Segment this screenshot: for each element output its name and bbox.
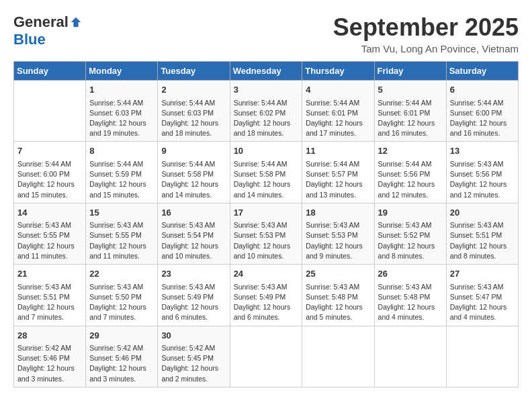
calendar-cell: 2Sunrise: 5:44 AMSunset: 6:03 PMDaylight… <box>158 81 230 142</box>
day-number: 29 <box>89 329 154 342</box>
day-number: 26 <box>378 267 443 281</box>
calendar-header-row: SundayMondayTuesdayWednesdayThursdayFrid… <box>14 62 519 81</box>
calendar-cell: 28Sunrise: 5:42 AMSunset: 5:46 PMDayligh… <box>14 326 86 387</box>
day-info: Sunrise: 5:43 AMSunset: 5:49 PMDaylight:… <box>161 282 226 323</box>
day-info: Sunrise: 5:44 AMSunset: 6:00 PMDaylight:… <box>450 98 515 139</box>
day-number: 23 <box>161 267 226 281</box>
location-text: Tam Vu, Long An Povince, Vietnam <box>333 43 519 54</box>
calendar-week-1: 1Sunrise: 5:44 AMSunset: 6:03 PMDaylight… <box>14 81 519 142</box>
calendar-cell: 3Sunrise: 5:44 AMSunset: 6:02 PMDaylight… <box>230 81 302 142</box>
calendar-cell: 24Sunrise: 5:43 AMSunset: 5:49 PMDayligh… <box>230 265 302 326</box>
day-number: 10 <box>234 144 299 158</box>
day-number: 3 <box>234 83 299 97</box>
day-info: Sunrise: 5:44 AMSunset: 6:03 PMDaylight:… <box>161 98 226 139</box>
calendar-cell <box>446 326 518 387</box>
day-info: Sunrise: 5:44 AMSunset: 6:02 PMDaylight:… <box>234 98 299 139</box>
day-info: Sunrise: 5:44 AMSunset: 5:58 PMDaylight:… <box>234 159 299 200</box>
day-number: 8 <box>89 144 154 158</box>
calendar-cell: 1Sunrise: 5:44 AMSunset: 6:03 PMDaylight… <box>86 81 158 142</box>
day-number: 14 <box>17 206 82 220</box>
calendar-cell: 17Sunrise: 5:43 AMSunset: 5:53 PMDayligh… <box>230 203 302 264</box>
calendar-cell: 26Sunrise: 5:43 AMSunset: 5:48 PMDayligh… <box>374 265 446 326</box>
col-header-wednesday: Wednesday <box>230 62 302 81</box>
day-info: Sunrise: 5:43 AMSunset: 5:50 PMDaylight:… <box>89 282 154 323</box>
calendar-cell: 27Sunrise: 5:43 AMSunset: 5:47 PMDayligh… <box>446 265 518 326</box>
calendar-cell: 30Sunrise: 5:42 AMSunset: 5:45 PMDayligh… <box>158 326 230 387</box>
day-number: 5 <box>378 83 443 97</box>
page-header: General Blue September 2025 Tam Vu, Long… <box>13 13 519 54</box>
calendar-cell: 16Sunrise: 5:43 AMSunset: 5:54 PMDayligh… <box>158 203 230 264</box>
day-info: Sunrise: 5:42 AMSunset: 5:46 PMDaylight:… <box>89 343 154 384</box>
day-info: Sunrise: 5:43 AMSunset: 5:52 PMDaylight:… <box>378 220 443 261</box>
calendar-cell: 19Sunrise: 5:43 AMSunset: 5:52 PMDayligh… <box>374 203 446 264</box>
calendar-cell: 20Sunrise: 5:43 AMSunset: 5:51 PMDayligh… <box>446 203 518 264</box>
day-info: Sunrise: 5:44 AMSunset: 5:57 PMDaylight:… <box>306 159 370 200</box>
calendar-cell: 4Sunrise: 5:44 AMSunset: 6:01 PMDaylight… <box>302 81 374 142</box>
day-number: 30 <box>161 329 226 342</box>
calendar-cell: 8Sunrise: 5:44 AMSunset: 5:59 PMDaylight… <box>86 142 158 203</box>
calendar-cell <box>374 326 446 387</box>
calendar-cell: 9Sunrise: 5:44 AMSunset: 5:58 PMDaylight… <box>158 142 230 203</box>
day-info: Sunrise: 5:43 AMSunset: 5:48 PMDaylight:… <box>378 282 443 323</box>
calendar-cell: 22Sunrise: 5:43 AMSunset: 5:50 PMDayligh… <box>86 265 158 326</box>
day-info: Sunrise: 5:43 AMSunset: 5:47 PMDaylight:… <box>450 282 515 323</box>
day-info: Sunrise: 5:44 AMSunset: 5:58 PMDaylight:… <box>161 159 226 200</box>
day-number: 4 <box>306 83 370 97</box>
calendar-cell <box>302 326 374 387</box>
calendar-cell: 7Sunrise: 5:44 AMSunset: 6:00 PMDaylight… <box>14 142 86 203</box>
day-number: 24 <box>234 267 299 281</box>
day-number: 6 <box>450 83 515 97</box>
calendar-week-5: 28Sunrise: 5:42 AMSunset: 5:46 PMDayligh… <box>14 326 519 387</box>
calendar-cell: 6Sunrise: 5:44 AMSunset: 6:00 PMDaylight… <box>446 81 518 142</box>
calendar-cell <box>230 326 302 387</box>
day-info: Sunrise: 5:43 AMSunset: 5:56 PMDaylight:… <box>450 159 515 200</box>
svg-marker-0 <box>71 17 81 27</box>
calendar-cell <box>14 81 86 142</box>
col-header-sunday: Sunday <box>14 62 86 81</box>
day-number: 22 <box>89 267 154 281</box>
day-info: Sunrise: 5:44 AMSunset: 6:01 PMDaylight:… <box>378 98 443 139</box>
calendar-cell: 12Sunrise: 5:44 AMSunset: 5:56 PMDayligh… <box>374 142 446 203</box>
calendar-week-2: 7Sunrise: 5:44 AMSunset: 6:00 PMDaylight… <box>14 142 519 203</box>
col-header-tuesday: Tuesday <box>158 62 230 81</box>
day-number: 27 <box>450 267 515 281</box>
logo-icon <box>70 16 82 28</box>
day-number: 2 <box>161 83 226 97</box>
day-info: Sunrise: 5:43 AMSunset: 5:48 PMDaylight:… <box>306 282 370 323</box>
day-number: 19 <box>378 206 443 220</box>
day-number: 1 <box>89 83 154 97</box>
day-info: Sunrise: 5:42 AMSunset: 5:45 PMDaylight:… <box>161 343 226 384</box>
day-number: 12 <box>378 144 443 158</box>
day-number: 18 <box>306 206 370 220</box>
calendar-week-4: 21Sunrise: 5:43 AMSunset: 5:51 PMDayligh… <box>14 265 519 326</box>
title-block: September 2025 Tam Vu, Long An Povince, … <box>333 13 519 54</box>
calendar-cell: 21Sunrise: 5:43 AMSunset: 5:51 PMDayligh… <box>14 265 86 326</box>
day-number: 17 <box>234 206 299 220</box>
month-title: September 2025 <box>333 13 519 42</box>
calendar-cell: 11Sunrise: 5:44 AMSunset: 5:57 PMDayligh… <box>302 142 374 203</box>
day-info: Sunrise: 5:43 AMSunset: 5:51 PMDaylight:… <box>450 220 515 261</box>
day-info: Sunrise: 5:43 AMSunset: 5:53 PMDaylight:… <box>306 220 370 261</box>
day-info: Sunrise: 5:43 AMSunset: 5:55 PMDaylight:… <box>89 220 154 261</box>
calendar-table: SundayMondayTuesdayWednesdayThursdayFrid… <box>13 61 519 387</box>
day-number: 16 <box>161 206 226 220</box>
day-number: 9 <box>161 144 226 158</box>
day-info: Sunrise: 5:43 AMSunset: 5:51 PMDaylight:… <box>17 282 82 323</box>
logo-blue-text: Blue <box>13 31 46 48</box>
day-info: Sunrise: 5:43 AMSunset: 5:49 PMDaylight:… <box>234 282 299 323</box>
col-header-thursday: Thursday <box>302 62 374 81</box>
logo: General Blue <box>13 13 82 48</box>
day-number: 15 <box>89 206 154 220</box>
day-number: 20 <box>450 206 515 220</box>
col-header-friday: Friday <box>374 62 446 81</box>
calendar-cell: 13Sunrise: 5:43 AMSunset: 5:56 PMDayligh… <box>446 142 518 203</box>
calendar-cell: 10Sunrise: 5:44 AMSunset: 5:58 PMDayligh… <box>230 142 302 203</box>
day-info: Sunrise: 5:44 AMSunset: 6:00 PMDaylight:… <box>17 159 82 200</box>
calendar-cell: 25Sunrise: 5:43 AMSunset: 5:48 PMDayligh… <box>302 265 374 326</box>
day-info: Sunrise: 5:43 AMSunset: 5:55 PMDaylight:… <box>17 220 82 261</box>
day-number: 11 <box>306 144 370 158</box>
day-number: 28 <box>17 329 82 342</box>
day-info: Sunrise: 5:44 AMSunset: 5:56 PMDaylight:… <box>378 159 443 200</box>
day-info: Sunrise: 5:44 AMSunset: 6:01 PMDaylight:… <box>306 98 370 139</box>
day-number: 25 <box>306 267 370 281</box>
